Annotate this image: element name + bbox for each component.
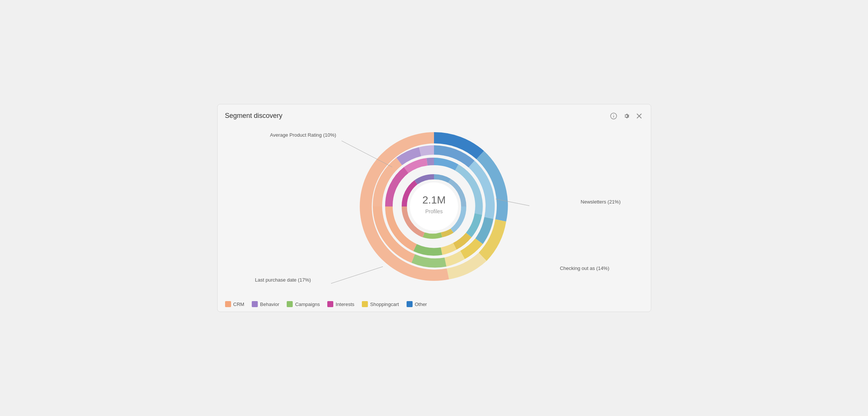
info-icon[interactable]	[609, 112, 618, 120]
legend-other: Other	[407, 301, 427, 307]
donut-chart: 2.1M Profiles	[355, 128, 513, 285]
legend-crm-swatch	[225, 301, 231, 307]
svg-point-9	[410, 182, 458, 231]
legend-interests-label: Interests	[336, 301, 354, 307]
legend: CRM Behavior Campaigns Interests Shoppin…	[225, 301, 427, 307]
header-actions	[609, 112, 643, 120]
legend-behavior: Behavior	[252, 301, 279, 307]
legend-campaigns-swatch	[287, 301, 293, 307]
close-icon[interactable]	[635, 112, 643, 120]
card-header: Segment discovery	[225, 112, 643, 120]
legend-campaigns-label: Campaigns	[295, 301, 320, 307]
segment-discovery-card: Segment discovery	[217, 104, 651, 312]
legend-other-swatch	[407, 301, 413, 307]
legend-interests: Interests	[327, 301, 354, 307]
svg-text:Profiles: Profiles	[425, 208, 443, 214]
legend-shoppingcart-label: Shoppingcart	[370, 301, 399, 307]
card-title: Segment discovery	[225, 112, 283, 120]
legend-campaigns: Campaigns	[287, 301, 320, 307]
legend-behavior-swatch	[252, 301, 258, 307]
chart-area: Average Product Rating (10%) Newsletters…	[225, 120, 643, 293]
svg-point-2	[613, 115, 614, 115]
annotation-checking-out: Checking out as (14%)	[560, 265, 609, 271]
svg-text:2.1M: 2.1M	[422, 194, 446, 206]
legend-other-label: Other	[415, 301, 427, 307]
legend-shoppingcart-swatch	[362, 301, 368, 307]
legend-shoppingcart: Shoppingcart	[362, 301, 399, 307]
annotation-newsletters: Newsletters (21%)	[581, 199, 620, 205]
legend-crm-label: CRM	[233, 301, 245, 307]
legend-behavior-label: Behavior	[260, 301, 279, 307]
legend-crm: CRM	[225, 301, 245, 307]
legend-interests-swatch	[327, 301, 333, 307]
annotation-last-purchase: Last purchase date (17%)	[255, 277, 311, 283]
annotation-avg-product-rating: Average Product Rating (10%)	[270, 132, 336, 138]
settings-icon[interactable]	[622, 112, 631, 120]
